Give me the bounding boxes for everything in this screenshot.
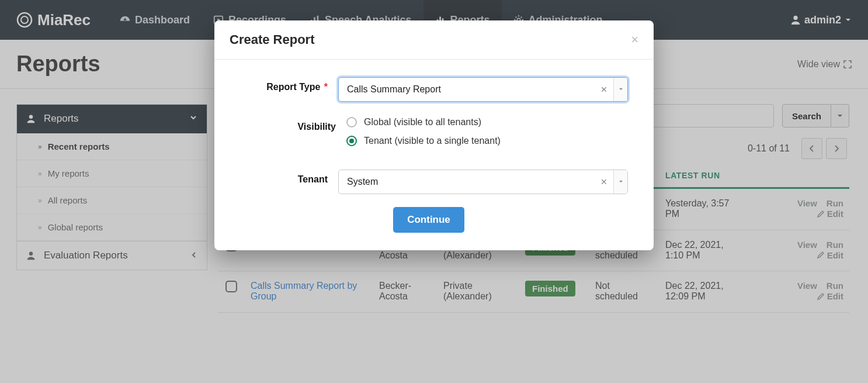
caret-down-icon [619,180,623,184]
radio-icon [346,117,357,127]
radio-label: Global (visible to all tenants) [364,117,481,127]
report-type-value: Calls Summary Report [339,78,595,101]
continue-button[interactable]: Continue [393,207,464,233]
radio-icon [346,136,357,146]
tenant-select[interactable]: System ✕ [338,170,628,194]
radio-label: Tenant (visible to a single tenant) [364,136,501,146]
visibility-option-global[interactable]: Global (visible to all tenants) [346,117,628,127]
dropdown-toggle[interactable] [613,78,627,101]
clear-icon[interactable]: ✕ [595,78,613,101]
label-visibility: Visibility [230,117,346,132]
continue-label: Continue [407,214,450,225]
clear-icon[interactable]: ✕ [595,170,613,194]
dropdown-toggle[interactable] [613,170,627,194]
visibility-option-tenant[interactable]: Tenant (visible to a single tenant) [346,136,628,146]
tenant-value: System [339,170,595,194]
create-report-modal: Create Report × Report Type * Calls Summ… [214,20,654,250]
close-icon: × [631,32,638,47]
modal-close-button[interactable]: × [631,32,638,47]
label-tenant: Tenant [230,170,338,185]
field-tenant: Tenant System ✕ [230,170,628,194]
modal-header: Create Report × [214,20,654,60]
caret-down-icon [619,87,623,92]
field-visibility: Visibility Global (visible to all tenant… [230,117,628,154]
report-type-select[interactable]: Calls Summary Report ✕ [338,77,628,102]
label-report-type: Report Type * [230,77,338,92]
field-report-type: Report Type * Calls Summary Report ✕ [230,77,628,102]
modal-title: Create Report [230,32,314,47]
